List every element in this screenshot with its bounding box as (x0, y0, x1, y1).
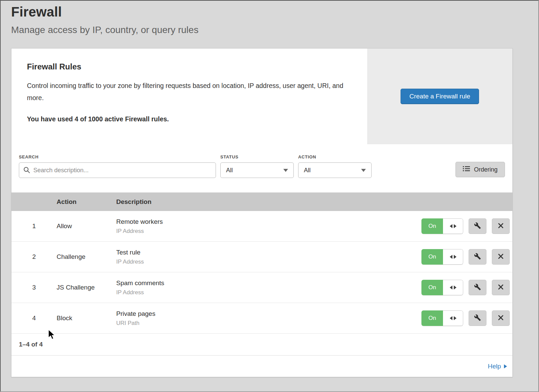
close-icon (498, 284, 504, 291)
rule-enabled-toggle[interactable]: On (421, 280, 463, 295)
firewall-card: Firewall Rules Control incoming traffic … (11, 48, 513, 377)
ordering-button[interactable]: Ordering (455, 162, 505, 177)
toggle-state-label: On (421, 218, 443, 234)
action-selected-value: All (304, 167, 311, 174)
rule-description: Remote workers IP Address (116, 218, 421, 235)
rule-enabled-toggle[interactable]: On (421, 310, 463, 326)
edit-rule-button[interactable] (469, 218, 486, 234)
toggle-arrows-icon (443, 249, 463, 265)
toggle-arrows-icon (443, 310, 463, 326)
wrench-icon (474, 222, 481, 230)
window-edge-left (0, 0, 1, 392)
toggle-arrows-icon (443, 218, 463, 234)
rule-controls: On (421, 218, 512, 234)
close-icon (498, 253, 504, 260)
rule-action: Allow (57, 222, 116, 230)
page-header: Firewall Manage access by IP, country, o… (0, 0, 539, 36)
rule-match-type: IP Address (116, 259, 421, 265)
toggle-state-label: On (421, 280, 443, 295)
rule-number: 3 (11, 284, 57, 291)
toggle-state-label: On (421, 249, 443, 265)
help-link-label: Help (488, 363, 501, 370)
list-icon (463, 166, 470, 173)
rule-title: Spam comments (116, 279, 421, 287)
rules-usage-text: You have used 4 of 1000 active Firewall … (27, 115, 348, 123)
firewall-rules-summary: Firewall Rules Control incoming traffic … (11, 49, 512, 144)
status-filter-group: STATUS All (220, 154, 294, 178)
status-selected-value: All (226, 167, 233, 174)
section-heading: Firewall Rules (27, 62, 348, 71)
edit-rule-button[interactable] (469, 310, 486, 326)
filter-bar: SEARCH STATUS All ACTION All (11, 144, 512, 192)
table-row: 1 Allow Remote workers IP Address On (11, 211, 512, 242)
table-header: Action Description (11, 192, 512, 211)
rule-number: 4 (11, 314, 57, 322)
rule-description: Test rule IP Address (116, 249, 421, 265)
wrench-icon (474, 314, 481, 322)
search-label: SEARCH (19, 154, 216, 159)
rule-description: Private pages URI Path (116, 310, 421, 327)
search-field-wrap (19, 162, 216, 178)
rule-action: JS Challenge (57, 284, 116, 291)
table-row: 2 Challenge Test rule IP Address On (11, 242, 512, 272)
action-label: ACTION (298, 154, 372, 159)
search-icon (23, 167, 30, 175)
column-description: Description (116, 198, 512, 206)
toggle-state-label: On (421, 310, 443, 326)
rule-enabled-toggle[interactable]: On (421, 218, 463, 234)
rule-number: 1 (11, 222, 57, 230)
wrench-icon (474, 253, 481, 261)
pagination-status: 1–4 of 4 (11, 334, 512, 355)
ordering-button-label: Ordering (474, 166, 498, 173)
wrench-icon (474, 283, 481, 292)
create-firewall-rule-button[interactable]: Create a Firewall rule (401, 89, 479, 104)
action-filter-group: ACTION All (298, 154, 372, 178)
delete-rule-button[interactable] (492, 218, 510, 234)
chevron-down-icon (361, 169, 366, 172)
rule-match-type: IP Address (116, 289, 421, 296)
create-rule-panel: Create a Firewall rule (367, 49, 512, 144)
delete-rule-button[interactable] (492, 310, 510, 326)
column-action: Action (57, 198, 116, 206)
help-link[interactable]: Help (488, 363, 507, 370)
edit-rule-button[interactable] (469, 280, 486, 295)
card-footer: Help (11, 355, 512, 377)
page-subtitle: Manage access by IP, country, or query r… (11, 24, 539, 36)
table-row: 3 JS Challenge Spam comments IP Address … (11, 272, 512, 303)
rule-action: Challenge (57, 253, 116, 261)
rule-description: Spam comments IP Address (116, 279, 421, 296)
rule-title: Test rule (116, 249, 421, 256)
firewall-rules-info: Firewall Rules Control incoming traffic … (11, 49, 367, 144)
screen: Firewall Manage access by IP, country, o… (0, 0, 539, 392)
rule-match-type: URI Path (116, 320, 421, 327)
rule-controls: On (421, 249, 512, 265)
rule-number: 2 (11, 253, 57, 261)
rule-controls: On (421, 280, 512, 295)
status-label: STATUS (220, 154, 294, 159)
rule-title: Private pages (116, 310, 421, 318)
search-input[interactable] (19, 162, 216, 178)
triangle-right-icon (504, 364, 507, 368)
delete-rule-button[interactable] (492, 249, 510, 265)
action-select[interactable]: All (298, 162, 372, 178)
page-title: Firewall (11, 4, 539, 20)
close-icon (498, 315, 504, 322)
close-icon (498, 223, 504, 230)
edit-rule-button[interactable] (469, 249, 486, 265)
status-select[interactable]: All (220, 162, 294, 178)
rule-action: Block (57, 314, 116, 322)
toggle-arrows-icon (443, 280, 463, 295)
rule-controls: On (421, 310, 512, 326)
search-filter-group: SEARCH (19, 154, 216, 178)
rule-match-type: IP Address (116, 228, 421, 235)
rule-enabled-toggle[interactable]: On (421, 249, 463, 265)
table-row: 4 Block Private pages URI Path On (11, 303, 512, 334)
rule-title: Remote workers (116, 218, 421, 225)
section-description: Control incoming traffic to your zone by… (27, 80, 347, 104)
chevron-down-icon (283, 169, 288, 172)
window-edge-top (0, 0, 539, 1)
delete-rule-button[interactable] (492, 280, 510, 295)
